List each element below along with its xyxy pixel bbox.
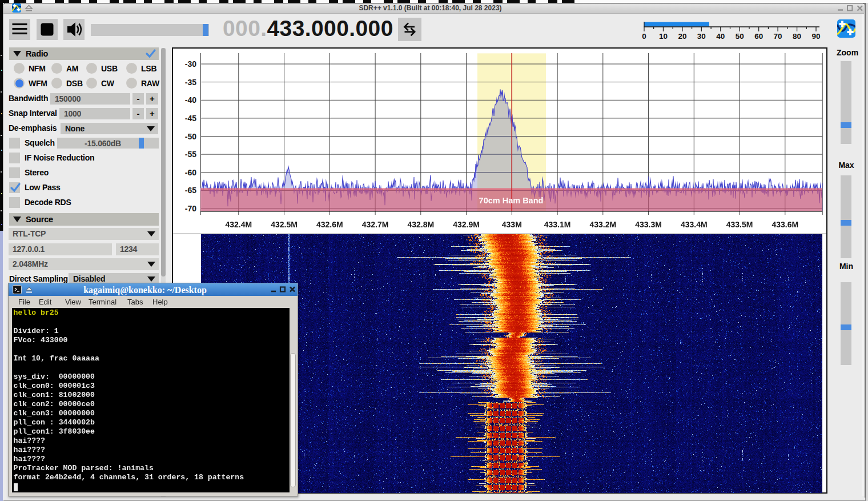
- svg-text:432.7M: 432.7M: [362, 220, 389, 229]
- svg-text:10: 10: [659, 32, 668, 41]
- svg-text:432.8M: 432.8M: [407, 220, 434, 229]
- svg-text:432.9M: 432.9M: [453, 220, 480, 229]
- svg-text:433M: 433M: [502, 220, 522, 229]
- svg-text:433.6M: 433.6M: [771, 220, 798, 229]
- svg-text:432.5M: 432.5M: [271, 220, 298, 229]
- svg-text:30: 30: [697, 32, 706, 41]
- svg-text:60: 60: [754, 32, 763, 41]
- svg-text:20: 20: [678, 32, 686, 41]
- svg-text:433.2M: 433.2M: [589, 220, 616, 229]
- svg-text:433.4M: 433.4M: [681, 220, 708, 229]
- svg-text:50: 50: [736, 32, 744, 41]
- svg-text:0: 0: [642, 32, 646, 41]
- svg-text:80: 80: [793, 32, 801, 41]
- svg-text:432.4M: 432.4M: [225, 220, 252, 229]
- svg-text:90: 90: [811, 32, 820, 41]
- svg-text:433.3M: 433.3M: [635, 220, 662, 229]
- svg-text:70: 70: [774, 32, 782, 41]
- svg-text:433.5M: 433.5M: [726, 220, 753, 229]
- svg-text:70cm Ham Band: 70cm Ham Band: [479, 196, 544, 205]
- svg-text:40: 40: [716, 32, 725, 41]
- svg-text:433.1M: 433.1M: [544, 220, 571, 229]
- svg-text:432.6M: 432.6M: [316, 220, 343, 229]
